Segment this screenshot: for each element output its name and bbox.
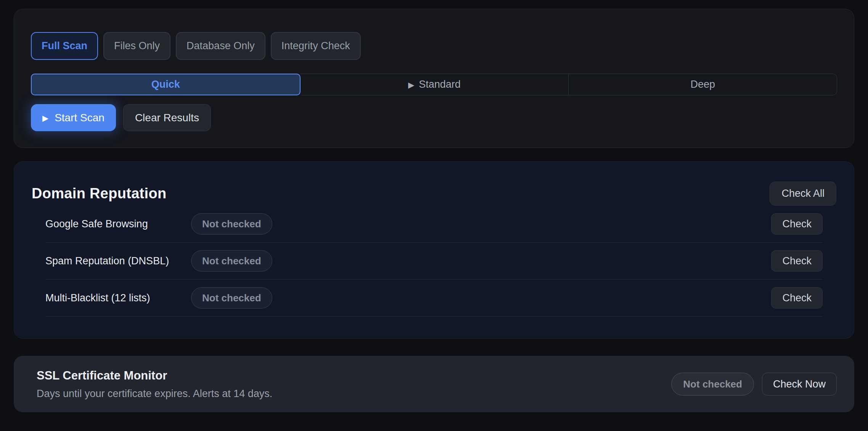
scan-type-group: Full Scan Files Only Database Only Integ… bbox=[31, 32, 837, 60]
status-badge: Not checked bbox=[191, 250, 272, 272]
scan-controls-card: Full Scan Files Only Database Only Integ… bbox=[14, 9, 854, 148]
clear-results-button[interactable]: Clear Results bbox=[123, 104, 211, 131]
reputation-row-list: Google Safe Browsing Not checked Check S… bbox=[45, 206, 823, 317]
reputation-service-label: Google Safe Browsing bbox=[45, 218, 191, 230]
play-icon: ▶ bbox=[42, 114, 48, 122]
segment-label: Deep bbox=[690, 79, 715, 90]
reputation-row-spam-dnsbl: Spam Reputation (DNSBL) Not checked Chec… bbox=[45, 243, 823, 280]
reputation-service-label: Spam Reputation (DNSBL) bbox=[45, 255, 191, 267]
reputation-row-multi-blacklist: Multi-Blacklist (12 lists) Not checked C… bbox=[45, 280, 823, 317]
scan-type-integrity-check[interactable]: Integrity Check bbox=[271, 32, 361, 60]
scan-depth-standard[interactable]: ▶ Standard bbox=[301, 74, 569, 95]
segment-label: Standard bbox=[419, 79, 461, 90]
domain-reputation-title: Domain Reputation bbox=[32, 185, 166, 202]
check-button[interactable]: Check bbox=[771, 250, 823, 272]
scan-type-files-only[interactable]: Files Only bbox=[103, 32, 170, 60]
ssl-monitor-description: Days until your certificate expires. Ale… bbox=[37, 388, 272, 400]
scan-type-full-scan[interactable]: Full Scan bbox=[31, 32, 98, 60]
domain-reputation-header: Domain Reputation Check All bbox=[32, 182, 836, 206]
ssl-monitor-text: SSL Certificate Monitor Days until your … bbox=[37, 369, 272, 400]
reputation-service-label: Multi-Blacklist (12 lists) bbox=[45, 292, 191, 304]
scan-action-group: ▶ Start Scan Clear Results bbox=[31, 104, 837, 131]
check-all-button[interactable]: Check All bbox=[770, 182, 836, 206]
scan-depth-segmented-control: Quick ▶ Standard Deep bbox=[31, 74, 837, 95]
play-icon: ▶ bbox=[408, 81, 414, 89]
ssl-monitor-card: SSL Certificate Monitor Days until your … bbox=[14, 356, 854, 412]
scan-type-database-only[interactable]: Database Only bbox=[176, 32, 265, 60]
start-scan-label: Start Scan bbox=[55, 112, 104, 124]
check-button[interactable]: Check bbox=[771, 213, 823, 235]
domain-reputation-card: Domain Reputation Check All Google Safe … bbox=[14, 161, 854, 339]
status-badge: Not checked bbox=[671, 373, 754, 396]
security-scanner-page: Full Scan Files Only Database Only Integ… bbox=[14, 9, 854, 412]
scan-depth-deep[interactable]: Deep bbox=[568, 74, 837, 95]
status-badge: Not checked bbox=[191, 213, 272, 235]
ssl-monitor-actions: Not checked Check Now bbox=[671, 373, 837, 396]
start-scan-button[interactable]: ▶ Start Scan bbox=[31, 104, 116, 131]
check-button[interactable]: Check bbox=[771, 287, 823, 309]
check-now-button[interactable]: Check Now bbox=[762, 373, 837, 396]
scan-depth-quick[interactable]: Quick bbox=[31, 74, 301, 95]
ssl-monitor-title: SSL Certificate Monitor bbox=[37, 369, 272, 383]
status-badge: Not checked bbox=[191, 287, 272, 309]
reputation-row-google-safe-browsing: Google Safe Browsing Not checked Check bbox=[45, 206, 823, 243]
segment-label: Quick bbox=[151, 79, 180, 90]
